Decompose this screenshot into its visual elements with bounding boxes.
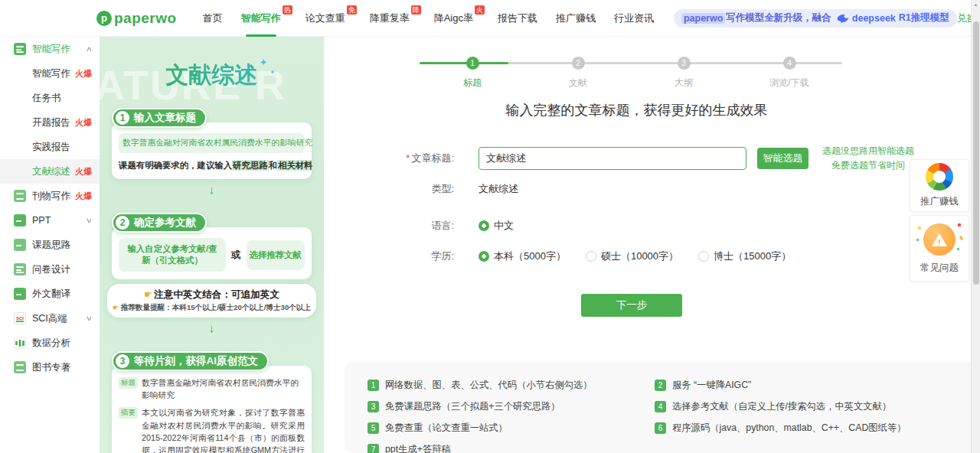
nav-item-reduce-aigc-label: 降Aigc率 xyxy=(434,12,473,24)
promo-step3-badge: 3 等待片刻，获得AI原创范文 xyxy=(112,351,269,371)
education-option-master[interactable]: 硕士（10000字） xyxy=(586,249,678,263)
sidebar-item-data-analysis[interactable]: 数据分析 xyxy=(0,331,100,355)
ppt-icon xyxy=(14,214,26,226)
translate-icon xyxy=(14,288,26,300)
features-panel: 1 网络数据、图、表、公式、代码（小节右侧勾选） 2 服务 “一键降AIGC” … xyxy=(345,362,980,453)
stepper-step-preview-download: 4 浏览/下载 xyxy=(737,57,842,90)
radio-selected-icon xyxy=(479,220,489,231)
banner-suffix: R1推理模型 xyxy=(899,11,949,24)
sidebar-group-ai-writing[interactable]: 智能写作 ∧ xyxy=(0,37,100,61)
sidebar-item-foreign-translation[interactable]: 外文翻译 xyxy=(0,282,100,306)
banner-brand-highlight: paperwo xyxy=(681,13,725,24)
promo-step1-badge: 1 输入文章标题 xyxy=(112,108,207,128)
faq-widget[interactable]: ! 常见问题 xyxy=(910,215,969,282)
top-navbar: p paperwo 首页 智能写作 热 论文查重 免 降重复率 降 降Aigc率… xyxy=(0,0,980,37)
article-title-input[interactable] xyxy=(479,147,746,170)
language-label: 语言: xyxy=(324,219,454,233)
pointing-hand-icon: ☛ xyxy=(144,289,152,300)
nav-item-reduce-duplication[interactable]: 降重复率 降 xyxy=(370,11,410,25)
warning-icon: ! xyxy=(923,223,956,256)
nav-item-reduce-duplication-label: 降重复率 xyxy=(370,12,410,24)
example-title-box: 数字普惠金融对河南省农村属民消费水平的影响研究 xyxy=(119,133,305,153)
nav-item-plagiarism-check[interactable]: 论文查重 免 xyxy=(305,11,345,25)
paperwo-logo-icon: p xyxy=(96,11,112,26)
feature-item: 3 免费课题思路（三个拟题+三个研究思路） xyxy=(368,400,655,413)
type-label: 类型: xyxy=(324,182,454,196)
chevron-up-icon: ∧ xyxy=(86,45,93,53)
paperwo-logo-text: paperwo xyxy=(114,10,177,27)
sidebar-item-book-monograph[interactable]: 图书专著 xyxy=(0,355,100,380)
sidebar-item-questionnaire[interactable]: 问卷设计 xyxy=(0,257,100,282)
banner-text: 写作模型全新升级，融合 xyxy=(726,11,831,24)
recommended-reference-pill: 选择推荐文献 xyxy=(247,240,305,270)
sidebar-item-practice-report[interactable]: 实践报告 xyxy=(0,135,100,159)
promo-title: 文献综述✦✦ xyxy=(110,60,313,91)
nav-item-plagiarism-check-label: 论文查重 xyxy=(305,12,345,24)
nav-item-reduce-aigc[interactable]: 降Aigc率 火 xyxy=(434,11,473,25)
books-icon xyxy=(14,361,26,373)
nav-item-promotion[interactable]: 推广赚钱 xyxy=(556,11,596,25)
left-sidebar: 智能写作 ∧ 智能写作 火爆 任务书 开题报告 火爆 实践报告 文献综述 火爆 … xyxy=(0,37,100,453)
scrollbar-up-arrow-icon[interactable]: ▲ xyxy=(972,0,980,9)
questionnaire-icon xyxy=(14,263,26,275)
free-badge: 免 xyxy=(347,5,357,15)
sidebar-item-proposal-report[interactable]: 开题报告 火爆 xyxy=(0,110,100,135)
sidebar-item-sci-premium[interactable]: SCI SCI高端 ∨ xyxy=(0,306,100,331)
feature-item: 6 程序源码（java、python、matlab、C++、CAD图纸等） xyxy=(655,422,906,435)
model-upgrade-banner[interactable]: paperwo 写作模型全新升级，融合 deepseek R1推理模型 xyxy=(674,9,957,28)
feature-item: 2 服务 “一键降AIGC” xyxy=(655,379,751,392)
promo-step3-card: 标题 数字普惠金融对河南省农村居民消费水平的影响研究 摘要 本文以河南省为研究对… xyxy=(112,366,312,453)
promo-step2-card: 输入自定义参考文献/查新（引文格式） 或 选择推荐文献 xyxy=(112,227,312,279)
education-option-phd[interactable]: 博士（15000字） xyxy=(698,249,791,263)
promo-step1-card: 数字普惠金融对河南省农村属民消费水平的影响研究 课题有明确要求的，建议输入研究思… xyxy=(112,122,312,179)
education-option-bachelor[interactable]: 本科（5000字） xyxy=(479,249,566,263)
language-option-chinese[interactable]: 中文 xyxy=(479,219,514,233)
hot-tag: 火爆 xyxy=(75,68,92,80)
main-content: 1 标题 2 文献 3 大纲 4 浏览/下载 输入完整的文章标题，获得更好的生成… xyxy=(324,37,980,453)
stepper-step-references: 2 文献 xyxy=(525,57,631,90)
sidebar-item-ai-writing[interactable]: 智能写作 火爆 xyxy=(0,61,100,86)
title-tip-line: 课题有明确要求的，建议输入研究思路和相关材料 xyxy=(119,160,305,171)
sample-abstract-text: 本文以河南省为研究对象，探讨了数字普惠金融对农村居民消费水平的影响。研究采用20… xyxy=(142,406,305,453)
confetti-dot xyxy=(917,226,921,230)
nav-item-ai-writing[interactable]: 智能写作 热 xyxy=(241,11,281,25)
chevron-down-icon: ∨ xyxy=(86,314,93,322)
radio-selected-icon xyxy=(479,251,489,262)
sidebar-item-ppt[interactable]: PPT ∨ xyxy=(0,208,100,233)
stepper-step-outline: 3 大纲 xyxy=(631,57,737,90)
sidebar-item-topic-ideas[interactable]: 课题思路 xyxy=(0,233,100,257)
promotion-earn-widget[interactable]: 推广赚钱 xyxy=(910,159,969,212)
paperwo-logo[interactable]: p paperwo xyxy=(96,10,177,27)
sidebar-item-journal-writing[interactable]: 刊物写作 火爆 xyxy=(0,184,100,208)
pointing-hand-icon: ☛ xyxy=(113,303,119,311)
nav-item-industry-news[interactable]: 行业资讯 xyxy=(614,11,654,25)
sparkle-icon: ✦ xyxy=(270,69,276,76)
promo-step2-badge: 2 确定参考文献 xyxy=(112,213,207,233)
nav-item-ai-writing-label: 智能写作 xyxy=(241,12,281,24)
idea-icon xyxy=(14,239,26,251)
sample-title-text: 数字普惠金融对河南省农村居民消费水平的影响研究 xyxy=(142,376,305,401)
banner-partner-name: deepseek xyxy=(852,13,896,24)
smart-topic-button[interactable]: 智能选题 xyxy=(757,148,808,169)
document-edit-icon xyxy=(14,43,26,55)
hot-tag: 火爆 xyxy=(75,117,92,129)
sidebar-item-literature-review[interactable]: 文献综述 火爆 xyxy=(0,159,100,184)
nav-item-report-download[interactable]: 报告下载 xyxy=(498,11,537,25)
deepseek-whale-icon xyxy=(836,13,850,23)
progress-stepper: 1 标题 2 文献 3 大纲 4 浏览/下载 xyxy=(420,57,842,95)
nav-item-home[interactable]: 首页 xyxy=(203,11,223,25)
article-title-label: *文章标题: xyxy=(324,152,454,165)
sci-icon: SCI xyxy=(14,312,26,324)
sidebar-item-task-book[interactable]: 任务书 xyxy=(0,86,100,110)
pinwheel-icon xyxy=(926,163,953,191)
down-arrow-icon: ↓ xyxy=(110,321,313,334)
feature-item: 5 免费查重（论文查重一站式） xyxy=(368,422,655,435)
page-scrollbar[interactable]: ▲ xyxy=(971,0,980,453)
hot-tag: 火爆 xyxy=(75,191,92,202)
hot-tag: 火爆 xyxy=(75,166,92,178)
journal-icon xyxy=(14,190,26,202)
scrollbar-thumb[interactable] xyxy=(973,21,979,285)
or-text: 或 xyxy=(231,249,241,262)
next-step-button[interactable]: 下一步 xyxy=(581,294,682,317)
custom-reference-pill: 输入自定义参考文献/查新（引文格式） xyxy=(119,238,226,272)
